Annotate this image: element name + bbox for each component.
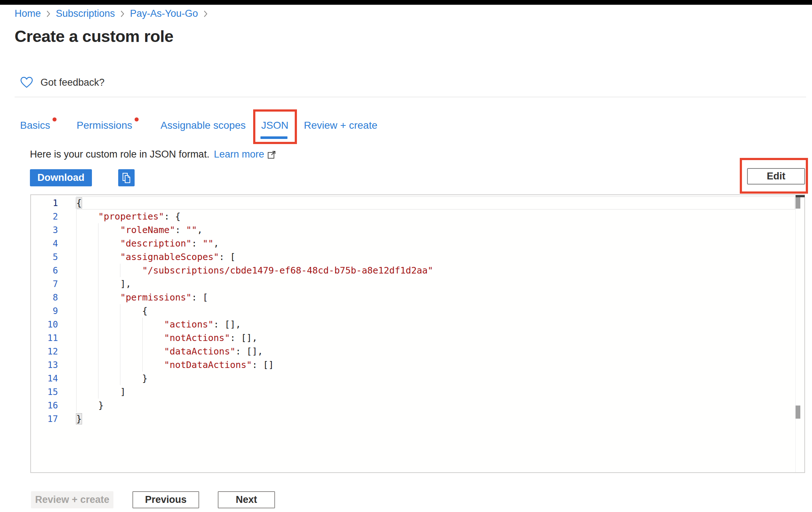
code-line: 17}: [31, 412, 795, 426]
breadcrumb-link-subscriptions[interactable]: Subscriptions: [56, 8, 115, 19]
line-number: 15: [31, 387, 76, 397]
indent-guide: [76, 250, 77, 264]
indent-guide: [76, 358, 77, 372]
code-lines: 1{2 "properties": {3 "roleName": "",4 "d…: [31, 195, 804, 472]
review-create-button[interactable]: Review + create: [31, 491, 113, 508]
breadcrumb-link-pay-as-you-go[interactable]: Pay-As-You-Go: [130, 8, 198, 19]
code-line: 8 "permissions": [: [31, 291, 795, 304]
copy-button[interactable]: [118, 169, 135, 186]
indent-guide: [76, 385, 77, 399]
line-number: 10: [31, 319, 76, 330]
tab-review-create-label: Review + create: [304, 120, 378, 131]
indent-guide: [120, 358, 120, 372]
description-text: Here is your custom role in JSON format.: [30, 149, 209, 160]
breadcrumb-chevron-icon: [203, 10, 208, 18]
indent-guide: [120, 264, 120, 277]
copy-pages-icon: [121, 172, 132, 184]
line-number: 9: [31, 306, 76, 316]
code-line: 2 "properties": {: [31, 210, 795, 223]
line-number: 7: [31, 279, 76, 289]
overview-ruler-mark: [796, 406, 800, 419]
feedback-link[interactable]: Got feedback?: [20, 77, 105, 88]
json-code-editor[interactable]: 1{2 "properties": {3 "roleName": "",4 "d…: [30, 194, 805, 473]
indent-guide: [120, 304, 120, 318]
code-line: 13 "notDataActions": []: [31, 358, 795, 372]
edit-button[interactable]: Edit: [747, 168, 805, 185]
breadcrumb: Home Subscriptions Pay-As-You-Go: [15, 8, 208, 19]
line-number: 17: [31, 414, 76, 424]
line-number: 2: [31, 212, 76, 222]
indent-guide: [98, 291, 98, 304]
code-line: 12 "dataActions": [],: [31, 345, 795, 358]
next-button[interactable]: Next: [218, 491, 275, 508]
line-number: 3: [31, 225, 76, 235]
indent-guide: [76, 304, 77, 318]
indent-guide: [98, 223, 98, 237]
required-dot: [135, 117, 139, 121]
indent-guide: [120, 318, 120, 331]
indent-guide: [98, 264, 98, 277]
section-divider: [15, 97, 806, 97]
previous-button[interactable]: Previous: [132, 491, 199, 508]
indent-guide: [76, 264, 77, 277]
code-line: 11 "notActions": [],: [31, 331, 795, 345]
tab-basics[interactable]: Basics: [20, 120, 50, 131]
breadcrumb-chevron-icon: [120, 10, 125, 18]
code-line: 5 "assignableScopes": [: [31, 250, 795, 264]
tab-assignable-scopes-label: Assignable scopes: [161, 120, 245, 131]
tab-assignable-scopes[interactable]: Assignable scopes: [161, 120, 245, 131]
indent-guide: [120, 372, 120, 385]
indent-guide: [98, 304, 98, 318]
line-number: 8: [31, 292, 76, 303]
code-line: 4 "description": "",: [31, 237, 795, 250]
json-format-description: Here is your custom role in JSON format.…: [30, 149, 277, 160]
tab-json-label: JSON: [261, 120, 289, 131]
tab-permissions[interactable]: Permissions: [77, 120, 132, 131]
indent-guide: [142, 318, 143, 331]
line-number: 6: [31, 265, 76, 276]
indent-guide: [120, 331, 120, 345]
code-line: 6 "/subscriptions/cbde1479-ef68-48cd-b75…: [31, 264, 795, 277]
line-number: 14: [31, 373, 76, 384]
required-dot: [53, 117, 57, 121]
line-number: 4: [31, 238, 76, 249]
page-title: Create a custom role: [15, 27, 173, 46]
breadcrumb-chevron-icon: [46, 10, 51, 18]
indent-guide: [76, 345, 77, 358]
indent-guide: [98, 237, 98, 250]
active-tab-underline: [260, 136, 287, 139]
code-line: 1{: [31, 196, 795, 210]
indent-guide: [142, 345, 143, 358]
indent-guide: [76, 399, 77, 412]
indent-guide: [76, 372, 77, 385]
download-button[interactable]: Download: [30, 169, 92, 186]
line-number: 13: [31, 360, 76, 370]
learn-more-link[interactable]: Learn more: [214, 149, 264, 160]
tab-permissions-label: Permissions: [77, 120, 132, 131]
tab-json[interactable]: JSON: [261, 120, 289, 131]
indent-guide: [98, 277, 98, 291]
line-number: 12: [31, 346, 76, 357]
tab-review-create[interactable]: Review + create: [304, 120, 378, 131]
indent-guide: [76, 331, 77, 345]
editor-scrollbar[interactable]: [795, 195, 804, 472]
tab-basics-label: Basics: [20, 120, 50, 131]
code-line: 9 {: [31, 304, 795, 318]
line-number: 5: [31, 252, 76, 262]
indent-guide: [142, 358, 143, 372]
breadcrumb-link-home[interactable]: Home: [15, 8, 41, 19]
tab-bar: Basics Permissions Assignable scopes JSO…: [0, 116, 812, 146]
indent-guide: [76, 291, 77, 304]
indent-guide: [120, 345, 120, 358]
external-link-icon: [267, 150, 277, 159]
indent-guide: [76, 277, 77, 291]
indent-guide: [98, 372, 98, 385]
indent-guide: [76, 223, 77, 237]
code-line: 14 }: [31, 372, 795, 385]
top-black-bar: [0, 0, 812, 5]
current-line-highlight: [76, 196, 795, 210]
scrollbar-thumb[interactable]: [796, 197, 800, 209]
heart-icon: [20, 77, 33, 88]
code-line: 7 ],: [31, 277, 795, 291]
code-line: 10 "actions": [],: [31, 318, 795, 331]
